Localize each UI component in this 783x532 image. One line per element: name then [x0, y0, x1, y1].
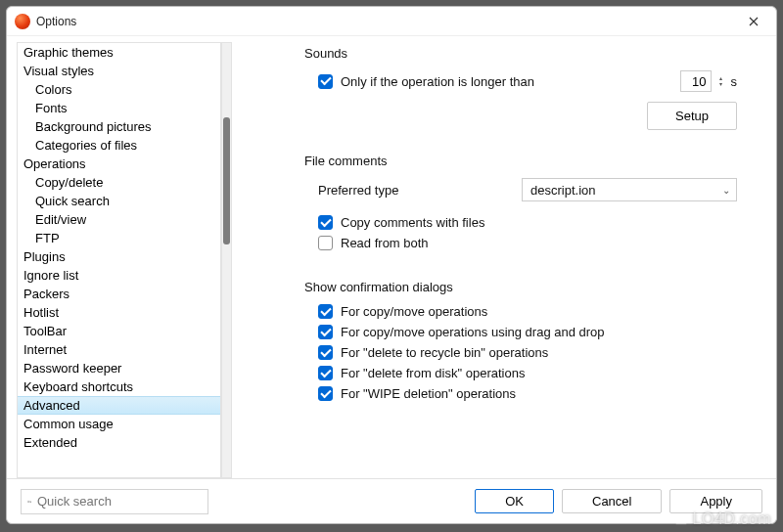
window-title: Options	[36, 15, 76, 28]
sidebar-item[interactable]: Plugins	[18, 247, 220, 266]
app-icon	[15, 14, 30, 29]
sidebar-item[interactable]: Categories of files	[18, 136, 220, 155]
confirm-row: For copy/move operations	[318, 304, 737, 319]
close-button[interactable]	[733, 8, 774, 35]
confirm-checkbox[interactable]	[318, 386, 333, 401]
footer: OK Cancel Apply	[7, 478, 776, 523]
confirm-checkbox[interactable]	[318, 345, 333, 360]
preferred-type-select[interactable]: descript.ion ⌄	[522, 178, 737, 201]
quick-search-wrap[interactable]	[21, 489, 208, 514]
confirm-label: For "delete to recycle bin" operations	[341, 345, 548, 360]
content-pane: Sounds Only if the operation is longer t…	[246, 42, 766, 478]
sidebar-item[interactable]: Copy/delete	[18, 173, 220, 192]
confirm-checkbox[interactable]	[318, 304, 333, 319]
category-tree[interactable]: Graphic themesVisual stylesColorsFontsBa…	[17, 42, 221, 478]
cancel-button[interactable]: Cancel	[562, 489, 662, 513]
seconds-spinner[interactable]: ▴ ▾	[715, 75, 727, 87]
options-window: Options Graphic themesVisual stylesColor…	[6, 6, 777, 524]
sidebar-item[interactable]: Graphic themes	[18, 43, 220, 62]
sidebar-item[interactable]: Edit/view	[18, 210, 220, 229]
svg-point-0	[27, 501, 29, 503]
seconds-input[interactable]	[680, 70, 712, 92]
copy-comments-label: Copy comments with files	[341, 215, 484, 230]
titlebar: Options	[7, 7, 776, 36]
apply-button[interactable]: Apply	[669, 489, 762, 513]
sidebar-item[interactable]: Password keeper	[18, 359, 220, 377]
copy-comments-checkbox[interactable]	[318, 215, 333, 230]
confirm-checkbox[interactable]	[318, 366, 333, 380]
sidebar-item[interactable]: Ignore list	[18, 266, 220, 285]
sidebar-item[interactable]: Common usage	[18, 415, 220, 433]
confirm-row: For "delete to recycle bin" operations	[318, 345, 737, 360]
sidebar-item[interactable]: Background pictures	[18, 117, 220, 136]
seconds-suffix: s	[731, 74, 738, 89]
sidebar-scrollbar[interactable]	[221, 42, 232, 478]
sidebar-item[interactable]: Keyboard shortcuts	[18, 377, 220, 396]
preferred-type-label: Preferred type	[318, 183, 398, 198]
confirm-title: Show confirmation dialogs	[304, 280, 737, 294]
key-icon	[27, 497, 31, 507]
confirm-checkbox[interactable]	[318, 325, 333, 339]
sidebar-item[interactable]: Colors	[18, 80, 220, 99]
sidebar-item[interactable]: Internet	[18, 340, 220, 359]
confirm-label: For copy/move operations	[341, 304, 487, 319]
confirm-label: For "delete from disk" operations	[341, 366, 525, 380]
sidebar-item[interactable]: Operations	[18, 155, 220, 173]
sounds-title: Sounds	[304, 46, 737, 61]
confirm-row: For "delete from disk" operations	[318, 366, 737, 380]
sidebar-item[interactable]: Advanced	[18, 396, 220, 415]
scrollbar-thumb[interactable]	[223, 117, 230, 244]
sidebar-item[interactable]: Packers	[18, 285, 220, 303]
chevron-down-icon: ⌄	[722, 185, 730, 196]
only-if-longer-checkbox[interactable]	[318, 74, 333, 89]
only-if-longer-label: Only if the operation is longer than	[341, 74, 534, 89]
sidebar-item[interactable]: Extended	[18, 433, 220, 452]
setup-button[interactable]: Setup	[647, 102, 737, 130]
confirm-row: For copy/move operations using drag and …	[318, 325, 737, 339]
sidebar-item[interactable]: Quick search	[18, 192, 220, 210]
confirm-row: For "WIPE deletion" operations	[318, 386, 737, 401]
confirm-label: For copy/move operations using drag and …	[341, 325, 605, 339]
ok-button[interactable]: OK	[475, 489, 554, 513]
quick-search-input[interactable]	[37, 494, 202, 509]
spinner-down-icon: ▾	[715, 81, 727, 87]
close-icon	[749, 17, 759, 26]
read-both-checkbox[interactable]	[318, 236, 333, 250]
read-both-label: Read from both	[341, 236, 429, 250]
confirm-label: For "WIPE deletion" operations	[341, 386, 516, 401]
sidebar-item[interactable]: Visual styles	[18, 62, 220, 80]
file-comments-title: File comments	[304, 154, 737, 168]
sidebar-item[interactable]: Hotlist	[18, 303, 220, 322]
sidebar-item[interactable]: FTP	[18, 229, 220, 247]
sidebar-item[interactable]: ToolBar	[18, 322, 220, 340]
sidebar-item[interactable]: Fonts	[18, 99, 220, 117]
preferred-type-value: descript.ion	[530, 183, 595, 198]
